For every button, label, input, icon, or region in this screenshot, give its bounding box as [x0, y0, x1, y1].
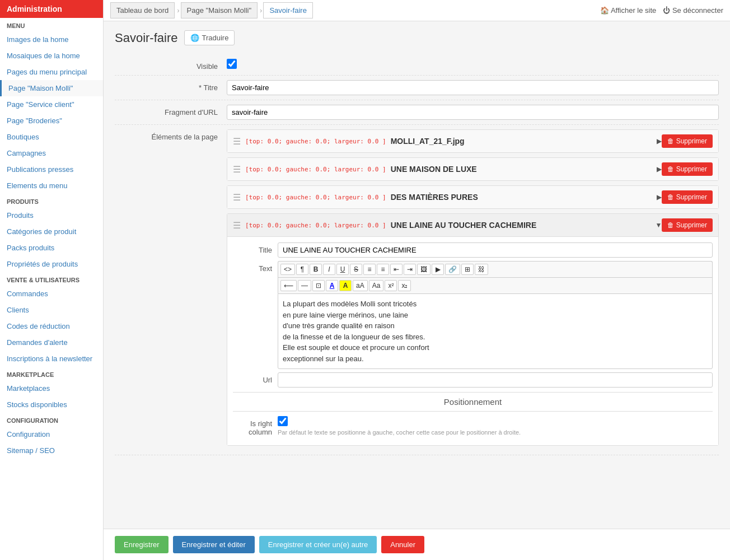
sidebar-item-elements-menu[interactable]: Elements du menu — [0, 178, 103, 194]
drag-handle-3[interactable]: ☰ — [233, 192, 241, 203]
sidebar-item-sitemap-seo[interactable]: Sitemap / SEO — [0, 442, 103, 459]
editor-btn-image[interactable]: 🖼 — [417, 264, 430, 275]
panel-text-label: Text — [233, 261, 278, 273]
topbar: Tableau de bord › Page "Maison Molli" › … — [104, 0, 730, 21]
editor-btn-code[interactable]: <> — [280, 264, 295, 275]
sidebar-item-commandes[interactable]: Commandes — [0, 286, 103, 302]
editor-btn-table[interactable]: ⊞ — [461, 264, 474, 275]
sidebar-item-page-broderies[interactable]: Page "Broderies" — [0, 113, 103, 129]
sidebar-configuration-section: ConfigurationSitemap / SEO — [0, 426, 103, 459]
sidebar-item-page-maison-molli[interactable]: Page "Maison Molli" — [0, 80, 103, 96]
enregistrer-editer-button[interactable]: Enregistrer et éditer — [173, 536, 255, 553]
delete-button-3[interactable]: 🗑 Supprimer — [662, 190, 713, 204]
editor-btn-indent-out[interactable]: ⇤ — [390, 264, 403, 275]
titre-input[interactable] — [227, 80, 719, 95]
afficher-site-link[interactable]: 🏠 Afficher le site — [600, 6, 656, 15]
fragment-input[interactable] — [227, 105, 719, 120]
expand-arrow-3[interactable]: ▶ — [657, 193, 662, 201]
sidebar-item-pages-menu-principal[interactable]: Pages du menu principal — [0, 64, 103, 80]
sidebar-item-packs-produits[interactable]: Packs produits — [0, 240, 103, 256]
sidebar-item-clients[interactable]: Clients — [0, 302, 103, 318]
annuler-button[interactable]: Annuler — [381, 536, 424, 553]
sidebar-item-produits[interactable]: Produits — [0, 207, 103, 223]
expand-arrow-2[interactable]: ▶ — [657, 165, 662, 173]
element-item-3: ☰ [top: 0.0; gauche: 0.0; largeur: 0.0 ]… — [227, 185, 719, 209]
editor-btn-subscript[interactable]: x₂ — [398, 280, 411, 291]
editor-btn-ol[interactable]: ≡ — [377, 264, 389, 275]
editor-btn-hr[interactable]: — — [298, 280, 311, 291]
marketplace-section-label: MARKETPLACE — [0, 367, 103, 380]
breadcrumb-maison-molli[interactable]: Page "Maison Molli" — [181, 2, 258, 18]
is-right-column-label: Is right column — [233, 416, 278, 436]
sidebar-item-demandes-alerte[interactable]: Demandes d'alerte — [0, 334, 103, 351]
sidebar-vente-section: CommandesClientsCodes de réductionDemand… — [0, 286, 103, 367]
sidebar-item-marketplaces[interactable]: Marketplaces — [0, 380, 103, 396]
produits-section-label: PRODUITS — [0, 194, 103, 207]
menu-section-label: MENU — [0, 18, 103, 31]
panel-title-input[interactable] — [278, 242, 713, 258]
drag-handle-4[interactable]: ☰ — [233, 220, 241, 231]
sidebar-item-campagnes[interactable]: Campagnes — [0, 145, 103, 161]
sidebar-item-stocks-disponibles[interactable]: Stocks disponibles — [0, 396, 103, 413]
titre-field — [227, 80, 719, 95]
delete-button-1[interactable]: 🗑 Supprimer — [662, 134, 713, 148]
editor-btn-superscript[interactable]: x² — [385, 280, 397, 291]
is-right-column-hint: Par défaut le texte se positionne à gauc… — [278, 429, 713, 436]
editor-btn-link[interactable]: 🔗 — [445, 264, 460, 275]
editor-btn-ul[interactable]: ≡ — [363, 264, 376, 275]
breadcrumb-savoir-faire[interactable]: Savoir-faire — [263, 2, 312, 18]
titre-label: * Titre — [115, 80, 227, 92]
editor-btn-bg-a[interactable]: A — [339, 280, 352, 291]
editor-btn-video[interactable]: ▶ — [432, 264, 444, 275]
delete-button-2[interactable]: 🗑 Supprimer — [662, 162, 713, 176]
elements-field: ☰ [top: 0.0; gauche: 0.0; largeur: 0.0 ]… — [227, 129, 719, 450]
sidebar-item-page-service-client[interactable]: Page "Service client" — [0, 96, 103, 113]
sidebar-item-inscriptions-newsletter[interactable]: Inscriptions à la newsletter — [0, 351, 103, 367]
enregistrer-button[interactable]: Enregistrer — [115, 536, 169, 553]
element-meta-1: [top: 0.0; gauche: 0.0; largeur: 0.0 ] — [245, 138, 386, 145]
sidebar-item-proprietes-produits[interactable]: Propriétés de produits — [0, 256, 103, 272]
sidebar-item-images-home[interactable]: Images de la home — [0, 31, 103, 48]
vente-section-label: VENTE & UTILISATEURS — [0, 272, 103, 286]
enregistrer-creer-button[interactable]: Enregistrer et créer un(e) autre — [259, 536, 377, 553]
positionnement-title: Positionnement — [233, 392, 713, 412]
delete-button-4[interactable]: 🗑 Supprimer — [662, 218, 713, 232]
drag-handle-2[interactable]: ☰ — [233, 164, 241, 175]
editor-content[interactable]: La plupart des modèles Molli sont tricot… — [278, 293, 713, 369]
translate-button[interactable]: 🌐 Traduire — [184, 30, 235, 45]
sidebar-item-categories-produit[interactable]: Catégories de produit — [0, 223, 103, 240]
editor-btn-bold[interactable]: B — [310, 264, 322, 275]
editor-btn-underline[interactable]: U — [336, 264, 349, 275]
element-item-1: ☰ [top: 0.0; gauche: 0.0; largeur: 0.0 ]… — [227, 129, 719, 153]
sidebar-item-publications-presses[interactable]: Publications presses — [0, 161, 103, 178]
panel-url-input[interactable] — [278, 372, 713, 388]
sidebar-item-codes-reduction[interactable]: Codes de réduction — [0, 318, 103, 334]
editor-btn-strike[interactable]: S — [350, 264, 362, 275]
configuration-section-label: CONFIGURATION — [0, 413, 103, 426]
drag-handle-1[interactable]: ☰ — [233, 136, 241, 147]
editor-btn-indent-in[interactable]: ⇥ — [404, 264, 416, 275]
editor-btn-para[interactable]: ¶ — [296, 264, 308, 275]
editor-btn-unlink[interactable]: ⛓ — [475, 264, 488, 275]
sidebar-title: Administration — [0, 0, 103, 18]
content-area: Savoir-faire 🌐 Traduire Visible * Titre — [104, 21, 730, 529]
breadcrumb: Tableau de bord › Page "Maison Molli" › … — [110, 2, 600, 18]
expand-arrow-1[interactable]: ▶ — [657, 137, 662, 145]
expand-arrow-4[interactable]: ▼ — [655, 221, 662, 229]
element-meta-3: [top: 0.0; gauche: 0.0; largeur: 0.0 ] — [245, 194, 386, 201]
sidebar-marketplace-section: MarketplacesStocks disponibles — [0, 380, 103, 413]
editor-btn-color-a[interactable]: A — [326, 280, 338, 291]
editor-btn-font-size[interactable]: Aa — [369, 280, 384, 291]
editor-btn-font-size-small[interactable]: aA — [353, 280, 368, 291]
visible-checkbox[interactable] — [227, 59, 237, 69]
editor-btn-align-left[interactable]: ⟵ — [280, 280, 297, 291]
breadcrumb-tableau[interactable]: Tableau de bord — [110, 2, 175, 18]
sidebar-item-boutiques[interactable]: Boutiques — [0, 129, 103, 145]
sidebar-item-mosaiques-home[interactable]: Mosaiques de la home — [0, 48, 103, 64]
editor-btn-blockquote[interactable]: ⊡ — [312, 280, 325, 291]
editor-btn-italic[interactable]: I — [323, 264, 335, 275]
deconnecter-link[interactable]: ⏻ Se déconnecter — [663, 6, 723, 15]
is-right-column-checkbox[interactable] — [278, 416, 288, 426]
sidebar-item-configuration[interactable]: Configuration — [0, 426, 103, 442]
panel-text-row: Text <> ¶ B I U S ≡ — [233, 261, 713, 369]
